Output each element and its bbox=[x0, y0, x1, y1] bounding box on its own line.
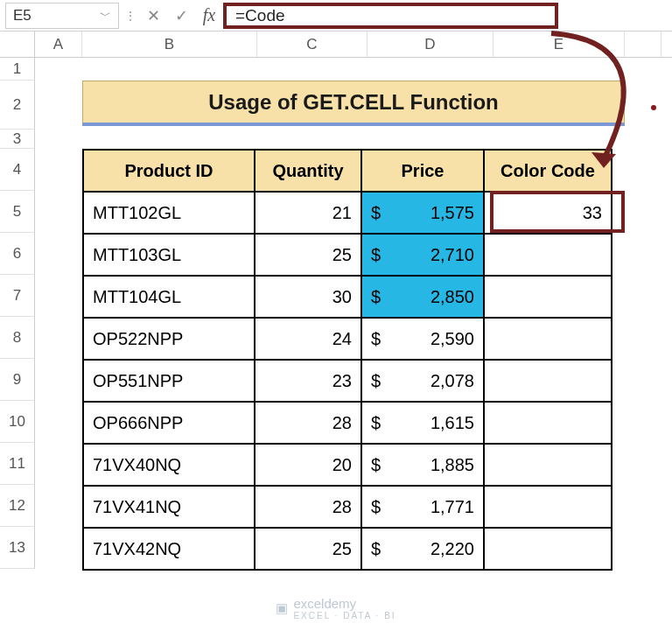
cell-quantity[interactable]: 28 bbox=[255, 486, 361, 528]
cell-price[interactable]: $1,771 bbox=[361, 486, 484, 528]
accept-formula-button[interactable]: ✓ bbox=[169, 4, 193, 28]
watermark: ▣ exceldemy EXCEL · DATA · BI bbox=[276, 596, 396, 620]
price-value: 1,575 bbox=[371, 203, 474, 223]
cell-price[interactable]: $1,615 bbox=[361, 402, 484, 444]
column-header-f[interactable] bbox=[625, 32, 662, 57]
cell-quantity[interactable]: 20 bbox=[255, 444, 361, 486]
header-quantity[interactable]: Quantity bbox=[255, 150, 361, 192]
cell-quantity[interactable]: 21 bbox=[255, 192, 361, 234]
cancel-formula-button[interactable]: ✕ bbox=[141, 4, 165, 28]
select-all-cell[interactable] bbox=[0, 32, 35, 57]
cell-color-code[interactable] bbox=[484, 402, 612, 444]
row-header[interactable]: 13 bbox=[0, 527, 35, 569]
cell-price[interactable]: $2,850 bbox=[361, 276, 484, 318]
column-header-e[interactable]: E bbox=[494, 32, 625, 57]
row-header[interactable]: 6 bbox=[0, 233, 35, 275]
cell-quantity[interactable]: 30 bbox=[255, 276, 361, 318]
name-box-value: E5 bbox=[13, 7, 32, 25]
cell-product-id[interactable]: 71VX40NQ bbox=[83, 444, 255, 486]
table-row: OP551NPP23$2,078 bbox=[83, 360, 612, 402]
cell-color-code[interactable] bbox=[484, 234, 612, 276]
column-header-c[interactable]: C bbox=[257, 32, 368, 57]
table-row: 71VX40NQ20$1,885 bbox=[83, 444, 612, 486]
table-row: MTT102GL21$1,57533 bbox=[83, 192, 612, 234]
row-header[interactable]: 8 bbox=[0, 317, 35, 359]
row-header[interactable]: 12 bbox=[0, 485, 35, 527]
insert-function-button[interactable]: fx bbox=[197, 4, 221, 28]
row-header[interactable]: 2 bbox=[0, 81, 35, 130]
table-row: 71VX42NQ25$2,220 bbox=[83, 528, 612, 570]
column-header-d[interactable]: D bbox=[368, 32, 494, 57]
header-color-code[interactable]: Color Code bbox=[484, 150, 612, 192]
currency-symbol: $ bbox=[371, 497, 381, 517]
title-cell[interactable]: Usage of GET.CELL Function bbox=[82, 81, 625, 126]
row-header[interactable]: 9 bbox=[0, 359, 35, 401]
cell-color-code[interactable]: 33 bbox=[484, 192, 612, 234]
currency-symbol: $ bbox=[371, 413, 381, 433]
row-header[interactable]: 10 bbox=[0, 401, 35, 443]
row-headers: 1 2 3 4 5 6 7 8 9 10 11 12 13 bbox=[0, 58, 35, 569]
cell-quantity[interactable]: 28 bbox=[255, 402, 361, 444]
cell-product-id[interactable]: OP551NPP bbox=[83, 360, 255, 402]
watermark-tag: EXCEL · DATA · BI bbox=[293, 611, 396, 620]
cell-quantity[interactable]: 24 bbox=[255, 318, 361, 360]
cell-product-id[interactable]: OP522NPP bbox=[83, 318, 255, 360]
row-header[interactable]: 1 bbox=[0, 58, 35, 81]
cell-product-id[interactable]: 71VX42NQ bbox=[83, 528, 255, 570]
currency-symbol: $ bbox=[371, 245, 381, 265]
cell-price[interactable]: $1,575 bbox=[361, 192, 484, 234]
table-row: 71VX41NQ28$1,771 bbox=[83, 486, 612, 528]
cell-color-code[interactable] bbox=[484, 528, 612, 570]
cell-quantity[interactable]: 25 bbox=[255, 528, 361, 570]
watermark-brand: exceldemy bbox=[293, 596, 396, 611]
cell-product-id[interactable]: 71VX41NQ bbox=[83, 486, 255, 528]
cell-color-code[interactable] bbox=[484, 276, 612, 318]
worksheet[interactable]: Usage of GET.CELL Function Product ID Qu… bbox=[35, 58, 672, 569]
divider-icon: ⋮ bbox=[124, 9, 136, 23]
formula-input[interactable]: =Code bbox=[223, 3, 558, 29]
table-row: MTT103GL25$2,710 bbox=[83, 234, 612, 276]
page-title: Usage of GET.CELL Function bbox=[208, 90, 499, 115]
chevron-down-icon[interactable]: ﹀ bbox=[100, 8, 111, 24]
price-value: 1,771 bbox=[371, 497, 474, 517]
formula-text: =Code bbox=[235, 6, 285, 25]
cell-color-code[interactable] bbox=[484, 360, 612, 402]
row-header[interactable]: 4 bbox=[0, 149, 35, 191]
header-price[interactable]: Price bbox=[361, 150, 484, 192]
table-row: MTT104GL30$2,850 bbox=[83, 276, 612, 318]
cell-color-code[interactable] bbox=[484, 444, 612, 486]
table-header-row: Product ID Quantity Price Color Code bbox=[83, 150, 612, 192]
table-row: OP666NPP28$1,615 bbox=[83, 402, 612, 444]
cell-product-id[interactable]: MTT102GL bbox=[83, 192, 255, 234]
cell-product-id[interactable]: MTT103GL bbox=[83, 234, 255, 276]
column-header-b[interactable]: B bbox=[82, 32, 257, 57]
logo-icon: ▣ bbox=[276, 600, 288, 616]
table-row: OP522NPP24$2,590 bbox=[83, 318, 612, 360]
column-headers: A B C D E bbox=[0, 32, 672, 58]
cell-quantity[interactable]: 25 bbox=[255, 234, 361, 276]
name-box[interactable]: E5 ﹀ bbox=[5, 3, 119, 29]
annotation-dot bbox=[651, 105, 656, 110]
cell-price[interactable]: $2,220 bbox=[361, 528, 484, 570]
row-header[interactable]: 7 bbox=[0, 275, 35, 317]
currency-symbol: $ bbox=[371, 539, 381, 559]
currency-symbol: $ bbox=[371, 287, 381, 307]
cell-price[interactable]: $1,885 bbox=[361, 444, 484, 486]
row-header[interactable]: 3 bbox=[0, 130, 35, 149]
header-product-id[interactable]: Product ID bbox=[83, 150, 255, 192]
cell-quantity[interactable]: 23 bbox=[255, 360, 361, 402]
cell-price[interactable]: $2,710 bbox=[361, 234, 484, 276]
cell-price[interactable]: $2,590 bbox=[361, 318, 484, 360]
column-header-a[interactable]: A bbox=[35, 32, 82, 57]
cell-color-code[interactable] bbox=[484, 486, 612, 528]
currency-symbol: $ bbox=[371, 203, 381, 223]
row-header[interactable]: 11 bbox=[0, 443, 35, 485]
cell-color-code[interactable] bbox=[484, 318, 612, 360]
row-header[interactable]: 5 bbox=[0, 191, 35, 233]
cell-product-id[interactable]: OP666NPP bbox=[83, 402, 255, 444]
price-value: 1,885 bbox=[371, 455, 474, 475]
currency-symbol: $ bbox=[371, 371, 381, 391]
cell-product-id[interactable]: MTT104GL bbox=[83, 276, 255, 318]
cell-price[interactable]: $2,078 bbox=[361, 360, 484, 402]
price-value: 2,078 bbox=[371, 371, 474, 391]
